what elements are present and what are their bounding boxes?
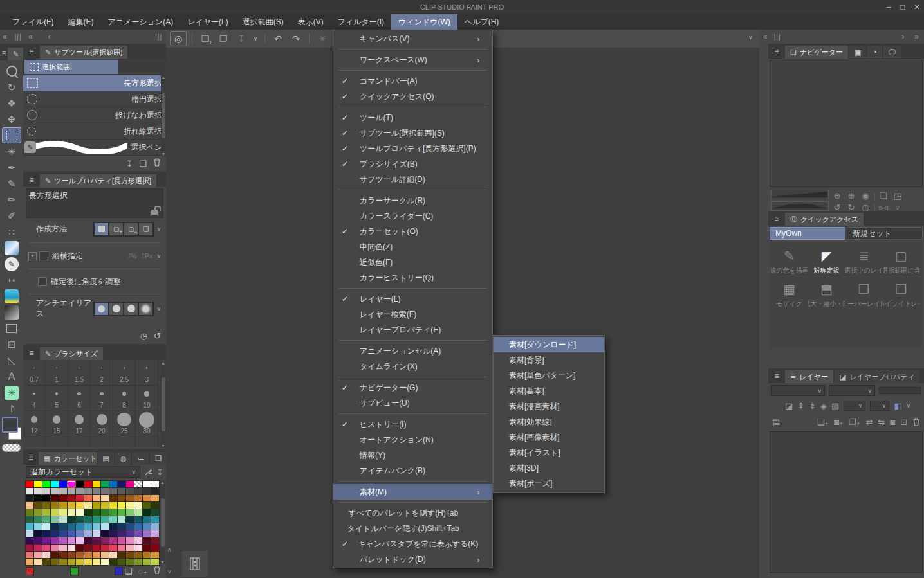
transparent-color-swatch[interactable] [2,444,21,452]
color-swatch[interactable] [101,552,109,558]
page-manager-button[interactable] [182,551,208,577]
color-swatch[interactable] [151,523,159,530]
brush-size-7[interactable]: 7 [91,386,113,411]
collapse-right-dock-icon[interactable]: « [763,32,768,41]
submenu-item-素材[漫画素材][interactable]: 素材[漫画素材] [494,399,604,414]
quickaccess-set-新規セット[interactable]: 新規セット [847,227,923,240]
aa-weak-button[interactable] [109,302,124,316]
brush-size-8[interactable]: 8 [113,386,136,411]
brush-size-0.7[interactable]: 0.7 [23,360,46,386]
color-swatch[interactable] [101,509,109,516]
window-menu-item-カラースライダー(C)[interactable]: カラースライダー(C) [333,208,492,224]
color-swatch[interactable] [109,545,117,551]
quickaccess-item-選択範囲に含[interactable]: ▢選択範囲に含 [883,245,919,277]
layer-color-icon[interactable]: ◧ [894,399,901,412]
color-swatch[interactable] [68,552,75,558]
menubar-item-アニメーション(A)[interactable]: アニメーション(A) [100,14,180,30]
color-swatch[interactable] [118,495,125,501]
color-swatch[interactable] [93,545,100,551]
zoom-slider[interactable] [771,190,829,199]
color-swatch[interactable] [59,509,67,516]
menubar-item-ヘルプ(H)[interactable]: ヘルプ(H) [457,14,506,30]
layer-menu-icon[interactable]: ≡ [771,370,782,382]
color-swatch[interactable] [101,545,109,551]
aa-strong-button[interactable] [138,302,153,316]
navigator-tab[interactable]: ❏ ナビゲーター [785,46,848,59]
add-color-icon[interactable]: ◌₊ [138,566,147,576]
color-swatch[interactable] [59,516,67,523]
color-swatch[interactable] [68,530,75,537]
quickaccess-menu-icon[interactable]: ≡ [771,213,782,224]
window-menu-item-パレットドック(D)[interactable]: パレットドック(D)› [333,552,492,567]
color-swatch[interactable] [26,516,33,523]
fill-tool[interactable] [2,288,21,304]
import-subtool-icon[interactable]: ↧ [125,159,133,168]
rotate-slider[interactable] [771,201,829,211]
color-swatch[interactable] [68,545,75,551]
color-swatch[interactable] [134,495,142,501]
brush-size-partial[interactable] [46,437,68,447]
quickaccess-item-選択中のレイ[interactable]: ≣選択中のレイ [845,245,882,277]
brush-size-partial[interactable] [23,437,46,447]
color-swatch[interactable] [26,537,33,544]
method-dropdown-icon[interactable]: ∨ [156,226,161,232]
navigator-menu-icon[interactable]: ≡ [771,46,782,57]
subtool-item-投げなわ選択[interactable]: 投げなわ選択 [23,107,166,123]
menubar-item-レイヤー(L)[interactable]: レイヤー(L) [180,14,236,30]
subview-tab[interactable]: ▣ [849,46,866,59]
color-swatch[interactable] [101,488,109,494]
color-swatch[interactable] [118,537,125,544]
expand-aspect-icon[interactable]: + [28,252,37,260]
brush-size-20[interactable]: 20 [91,411,113,437]
color-swatch[interactable] [26,481,33,487]
opacity-select[interactable]: ∨ [829,385,875,396]
colorset-scrollbar[interactable]: ▲▼ [160,480,165,564]
window-menu-item-ツールプロパティ[長方形選択](P)[interactable]: ✓ツールプロパティ[長方形選択](P) [333,141,492,156]
toolprop-menu-icon[interactable]: ≡ [26,174,37,186]
color-swatch[interactable] [59,495,67,501]
delete-subtool-icon[interactable] [153,158,161,168]
color-swatch[interactable] [118,502,125,509]
brush-size-4[interactable]: 4 [23,386,46,411]
redo-icon[interactable]: ↷ [288,32,304,46]
color-swatch[interactable] [126,495,134,501]
color-swatch[interactable] [143,537,151,544]
color-swatch[interactable] [59,523,67,530]
color-swatch[interactable] [143,516,151,523]
submenu-item-素材[ポーズ][interactable]: 素材[ポーズ] [494,476,604,491]
zoom-reset-icon[interactable]: ◉ [858,190,873,201]
color-swatch[interactable] [109,502,117,509]
color-swatch[interactable] [42,530,50,537]
color-swatch[interactable] [93,552,100,558]
subtool-item-選択ペン[interactable]: ✎選択ペン [23,140,166,156]
angle-checkbox[interactable] [38,277,47,286]
apply-mask-icon[interactable]: ⊡ [900,415,907,428]
open-file-icon[interactable]: ❐ [216,32,231,46]
color-swatch[interactable] [118,481,125,487]
minimize-button[interactable]: – [887,3,891,12]
color-swatch[interactable] [118,488,125,494]
quickaccess-item-ハイライトレイ[interactable]: ❒ハイライトレイ [883,278,919,311]
submenu-item-素材[効果線][interactable]: 素材[効果線] [494,414,604,429]
brushsize-scrollbar[interactable]: ▲▼ [160,361,166,448]
color-swatch[interactable] [134,509,142,516]
quickaccess-item-線の色を描画[interactable]: ✎線の色を描画 [771,245,808,277]
reset-settings-icon[interactable]: ◷ [140,331,147,341]
submenu-item-素材[イラスト][interactable]: 素材[イラスト] [494,445,604,460]
color-swatch[interactable] [143,488,151,494]
window-menu-item-アイテムバンク(B)[interactable]: アイテムバンク(B) [333,463,492,478]
color-swatch[interactable] [126,559,134,565]
line-correction-tool[interactable]: ↾ [2,401,21,417]
color-swatch[interactable] [126,509,134,516]
color-swatch[interactable] [76,516,84,523]
subtool-scrollbar[interactable]: ▲▼ [161,75,166,156]
color-swatch[interactable] [42,545,50,551]
collapse-left-icon[interactable]: « [3,32,7,41]
brush-size-2.5[interactable]: 2.5 [113,360,136,386]
color-swatch[interactable] [93,559,100,565]
color-swatch[interactable] [84,509,92,516]
gauge-tab[interactable]: ◔ [867,46,882,59]
color-swatch[interactable] [151,495,159,501]
color-swatch[interactable] [34,509,42,516]
aa-dropdown-icon[interactable]: ∨ [156,305,161,312]
